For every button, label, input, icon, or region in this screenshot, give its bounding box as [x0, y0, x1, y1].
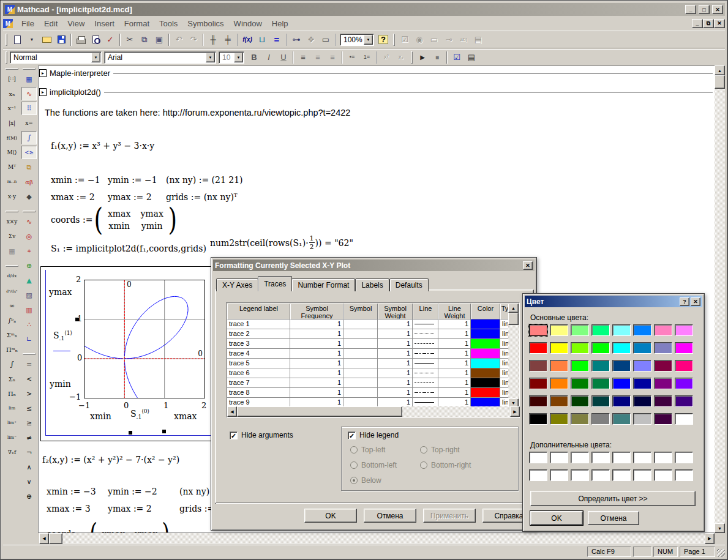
- collapsed-region-maple[interactable]: ▸ Maple-interpreter: [39, 69, 713, 78]
- limit-button[interactable]: lim: [4, 401, 20, 415]
- align-down-button[interactable]: ╪: [220, 32, 235, 47]
- surface-plot-button[interactable]: ▲: [21, 274, 37, 287]
- custom-color-swatch[interactable]: [675, 452, 693, 463]
- trace-row[interactable]: trace 5111lin: [227, 359, 509, 368]
- definite-integral-button[interactable]: ∫ᵇₐ: [4, 313, 20, 327]
- trace-row[interactable]: trace 2111lin: [227, 329, 509, 339]
- scrollbar-thumb[interactable]: [237, 406, 402, 417]
- scrollbar-track[interactable]: [715, 75, 725, 523]
- picture-operator-button[interactable]: ▦: [4, 244, 20, 258]
- color-swatch[interactable]: [612, 378, 631, 389]
- radio-icon[interactable]: [350, 461, 358, 469]
- symbol-weight-cell[interactable]: 1: [378, 319, 413, 329]
- trace-row[interactable]: trace 6111lin: [227, 368, 509, 378]
- math-region-coords[interactable]: coords := ( xmax ymax xmin ymin ): [51, 204, 178, 235]
- math-region-xmin1[interactable]: xmin := −1: [51, 175, 100, 185]
- trace-color-swatch[interactable]: [471, 388, 500, 397]
- palette-grip[interactable]: [6, 265, 18, 267]
- trace-color-swatch[interactable]: [471, 319, 500, 329]
- custom-color-swatch[interactable]: [654, 452, 672, 463]
- scroll-right-icon[interactable]: ▶: [705, 533, 715, 544]
- determinant-button[interactable]: |x|: [4, 116, 20, 130]
- align-right-button[interactable]: ≡: [325, 50, 340, 64]
- scrollbar-thumb[interactable]: [49, 533, 62, 544]
- color-swatch[interactable]: [591, 395, 610, 407]
- insert-hyperlink-button[interactable]: ⊶: [289, 32, 304, 47]
- vector-sum-button[interactable]: Σv: [4, 230, 20, 243]
- font-dropdown-icon[interactable]: ▼: [206, 53, 215, 62]
- menu-symbolics[interactable]: Symbolics: [182, 17, 228, 30]
- legend-label-cell[interactable]: trace 7: [227, 378, 290, 388]
- palette-grip[interactable]: [23, 211, 36, 212]
- region-expand-icon[interactable]: ▸: [39, 69, 47, 77]
- symbol-frequency-cell[interactable]: 1: [290, 349, 343, 359]
- color-swatch[interactable]: [633, 342, 651, 354]
- dialog-button-применить[interactable]: Применить: [423, 509, 476, 523]
- color-swatch[interactable]: [571, 342, 589, 354]
- zoom-combobox[interactable]: 100%▼: [340, 34, 374, 46]
- trace-row[interactable]: trace 3111lin: [227, 339, 509, 349]
- insert-function-button[interactable]: f(x): [240, 32, 255, 47]
- nth-derivative-button[interactable]: dⁿ/dxⁿ: [4, 284, 20, 297]
- custom-color-swatch[interactable]: [654, 469, 672, 481]
- column-header-line[interactable]: Line: [413, 304, 438, 319]
- copy-button[interactable]: ⧉: [137, 32, 152, 47]
- color-swatch[interactable]: [550, 342, 568, 354]
- symbol-cell[interactable]: [343, 388, 378, 398]
- not-equal-button[interactable]: ≠: [21, 431, 37, 444]
- boolean-toolbar-button[interactable]: <≥: [21, 146, 37, 159]
- stop-button[interactable]: ■: [430, 50, 445, 64]
- line-style-cell[interactable]: [413, 388, 438, 398]
- trace-color-swatch[interactable]: [471, 398, 500, 407]
- color-swatch[interactable]: [633, 413, 651, 425]
- spell-check-button[interactable]: ✓: [103, 32, 118, 47]
- custom-color-swatch[interactable]: [571, 452, 589, 463]
- menu-window[interactable]: Window: [229, 17, 267, 30]
- column-header-legend-label[interactable]: Legend label: [227, 304, 290, 319]
- selection-handle[interactable]: [75, 318, 79, 321]
- less-than-button[interactable]: <: [21, 372, 37, 386]
- checkbox-check-icon[interactable]: ✓: [230, 431, 238, 439]
- line-weight-cell[interactable]: 1: [438, 378, 471, 388]
- color-swatch[interactable]: [529, 395, 547, 407]
- color-swatch[interactable]: [654, 324, 672, 336]
- redo-button[interactable]: ↷: [186, 32, 201, 47]
- scroll-up-icon[interactable]: ▲: [508, 304, 519, 313]
- symbol-frequency-cell[interactable]: 1: [290, 388, 343, 398]
- math-region-ymin2[interactable]: ymin := −2: [108, 487, 157, 496]
- product-limits-button[interactable]: Πᵐₙ: [4, 343, 20, 356]
- math-region-num2str[interactable]: num2str(ceil(rows(S₁)· 12 )) = "62": [210, 235, 353, 250]
- line-weight-cell[interactable]: 1: [438, 319, 471, 329]
- table-vertical-scrollbar[interactable]: ▲ ▼: [508, 304, 519, 408]
- custom-color-swatch[interactable]: [529, 452, 547, 463]
- insert-component-button[interactable]: ❖: [304, 32, 318, 47]
- checkbox-check-icon[interactable]: ✓: [348, 431, 356, 439]
- custom-color-swatch[interactable]: [633, 452, 651, 463]
- color-swatch[interactable]: [550, 395, 568, 407]
- window-titlebar[interactable]: M Mathcad - [implicitplot2d.mcd] _ □ ✕: [3, 3, 725, 16]
- color-swatch[interactable]: [591, 413, 610, 425]
- color-swatch[interactable]: [654, 378, 672, 389]
- new-dropdown[interactable]: ▼: [24, 32, 39, 47]
- document-icon[interactable]: M: [3, 19, 13, 28]
- table-horizontal-scrollbar[interactable]: ◀ ▶: [227, 406, 520, 417]
- radio-icon[interactable]: [420, 461, 427, 469]
- custom-color-swatch[interactable]: [591, 452, 610, 463]
- menu-help[interactable]: Help: [267, 17, 293, 30]
- scrollbar-thumb[interactable]: [508, 313, 519, 325]
- math-region-ymax2[interactable]: ymax := 2: [108, 504, 152, 513]
- transpose-button[interactable]: Mᵀ: [4, 160, 20, 174]
- radio-icon[interactable]: [350, 446, 358, 454]
- symbol-frequency-cell[interactable]: 1: [290, 329, 343, 339]
- matrix-toolbar-button[interactable]: ⠿: [21, 102, 37, 115]
- color-swatch[interactable]: [529, 378, 547, 389]
- tab-traces[interactable]: Traces: [258, 276, 292, 291]
- xy-plot-axes-box[interactable]: 0 0: [84, 280, 205, 398]
- symbol-frequency-cell[interactable]: 1: [290, 368, 343, 378]
- color-swatch[interactable]: [529, 324, 547, 336]
- legend-label-cell[interactable]: trace 6: [227, 368, 290, 378]
- symbol-weight-cell[interactable]: 1: [378, 378, 413, 388]
- trace-color-swatch[interactable]: [471, 359, 500, 368]
- limit-right-button[interactable]: lim⁺: [4, 416, 20, 430]
- open-button[interactable]: [39, 32, 54, 47]
